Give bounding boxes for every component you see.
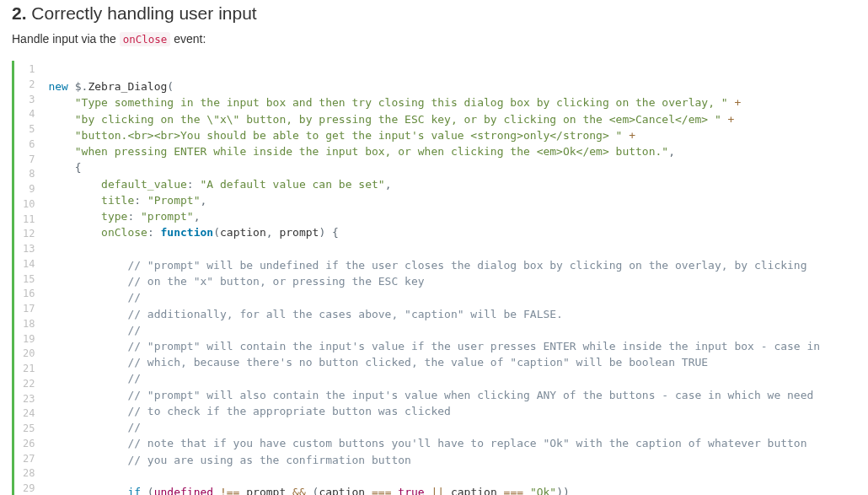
- intro-text-post: event:: [170, 32, 206, 46]
- section-title: Correctly handling user input: [31, 3, 256, 23]
- line-number-gutter: 1 2 3 4 5 6 7 8 9 10 11 12 13 14 15 16 1…: [14, 61, 41, 495]
- code-content: new $.Zebra_Dialog( "Type something in t…: [41, 61, 856, 495]
- intro-text-pre: Handle input via the: [12, 32, 120, 46]
- intro-paragraph: Handle input via the onClose event:: [12, 32, 856, 46]
- intro-inline-code: onClose: [120, 32, 171, 46]
- code-block: 1 2 3 4 5 6 7 8 9 10 11 12 13 14 15 16 1…: [12, 61, 856, 495]
- section-number: 2.: [12, 3, 27, 23]
- section-heading: 2. Correctly handling user input: [12, 3, 856, 24]
